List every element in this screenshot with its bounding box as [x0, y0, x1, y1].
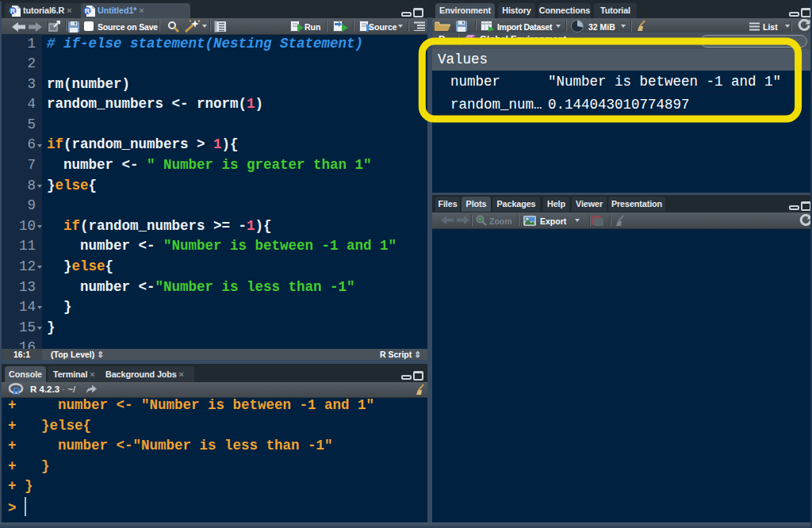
- svg-text:R: R: [13, 385, 21, 396]
- svg-text:R: R: [85, 7, 90, 15]
- svg-text:R: R: [10, 7, 15, 15]
